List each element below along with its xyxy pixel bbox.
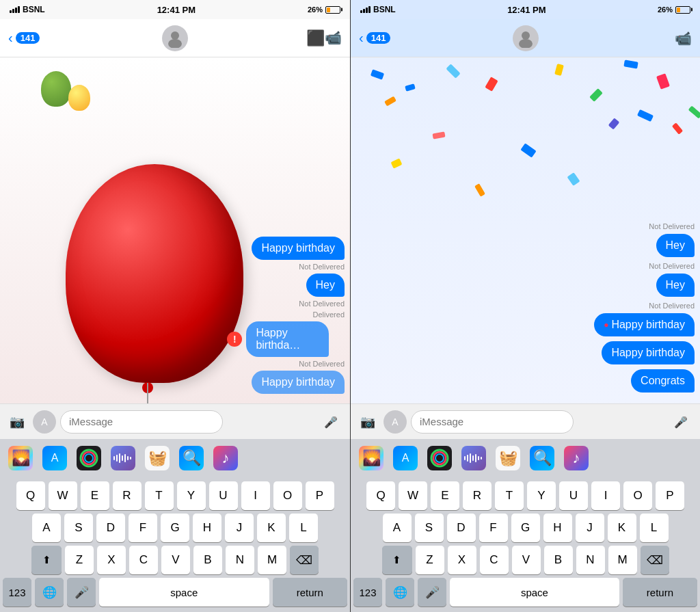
shelf-activity-right[interactable] — [427, 446, 452, 470]
key-i-right[interactable]: I — [591, 481, 620, 510]
key-e-right[interactable]: E — [431, 481, 459, 510]
key-a-right[interactable]: A — [383, 514, 412, 542]
globe-key-right[interactable]: 🌐 — [386, 578, 414, 607]
key-p-right[interactable]: P — [656, 481, 684, 510]
key-j-right[interactable]: J — [576, 514, 604, 542]
shift-key-left[interactable]: ⬆ — [31, 546, 62, 574]
key-b-right[interactable]: B — [544, 546, 573, 574]
key-o-right[interactable]: O — [623, 481, 652, 510]
svg-rect-17 — [464, 456, 466, 460]
key-f-left[interactable]: F — [129, 514, 157, 542]
key-k-right[interactable]: K — [608, 514, 636, 542]
key-e-left[interactable]: E — [81, 481, 109, 510]
shelf-soundwave-right[interactable] — [461, 446, 486, 470]
key-k-left[interactable]: K — [257, 514, 286, 542]
key-l-left[interactable]: L — [289, 514, 318, 542]
back-badge-left: 141 — [16, 32, 40, 44]
battery-pct-left: 26% — [308, 5, 323, 14]
apps-btn-right[interactable]: A — [383, 410, 407, 434]
backspace-key-right[interactable]: ⌫ — [641, 546, 669, 574]
key-q-right[interactable]: Q — [366, 481, 395, 510]
key-b-left[interactable]: B — [193, 546, 222, 574]
shift-key-right[interactable]: ⬆ — [382, 546, 412, 574]
key-s-right[interactable]: S — [415, 514, 444, 542]
key-m-right[interactable]: M — [608, 546, 637, 574]
input-wrapper-right: 🎤 — [411, 410, 695, 434]
key-c-left[interactable]: C — [129, 546, 158, 574]
return-key-left[interactable]: return — [273, 578, 347, 607]
key-h-right[interactable]: H — [543, 514, 572, 542]
key-g-left[interactable]: G — [161, 514, 189, 542]
apps-btn-left[interactable]: A — [33, 410, 56, 434]
key-q-left[interactable]: Q — [16, 481, 45, 510]
mic-key-left[interactable]: 🎤 — [67, 578, 96, 607]
nav-center-right[interactable] — [407, 25, 644, 51]
shelf-photos-right[interactable]: 🌄 — [359, 446, 383, 470]
key-p-left[interactable]: P — [306, 481, 334, 510]
shelf-basket-right[interactable]: 🧺 — [496, 446, 520, 470]
key-u-left[interactable]: U — [209, 481, 238, 510]
key-y-left[interactable]: Y — [177, 481, 206, 510]
key-r-left[interactable]: R — [113, 481, 142, 510]
space-key-right[interactable]: space — [450, 578, 619, 607]
key-i-left[interactable]: I — [241, 481, 270, 510]
num-key-right[interactable]: 123 — [353, 578, 382, 607]
shelf-photos-left[interactable]: 🌄 — [8, 446, 33, 470]
key-g-right[interactable]: G — [511, 514, 540, 542]
num-key-left[interactable]: 123 — [3, 578, 31, 607]
message-input-right[interactable] — [411, 410, 574, 434]
key-m-left[interactable]: M — [258, 546, 286, 574]
key-j-left[interactable]: J — [225, 514, 254, 542]
shelf-appstore-right[interactable]: A — [393, 446, 418, 470]
shelf-appstore-left[interactable]: A — [42, 446, 67, 470]
messages-left: Happy birthday Not Delivered Hey Not Del… — [0, 57, 350, 403]
key-z-right[interactable]: Z — [416, 546, 444, 574]
key-t-right[interactable]: T — [495, 481, 524, 510]
key-o-left[interactable]: O — [273, 481, 302, 510]
shelf-search-right[interactable]: 🔍 — [530, 446, 554, 470]
svg-point-16 — [435, 454, 444, 462]
key-w-left[interactable]: W — [49, 481, 77, 510]
mic-key-right[interactable]: 🎤 — [418, 578, 446, 607]
shelf-search-left[interactable]: 🔍 — [179, 446, 204, 470]
shelf-soundwave-left[interactable] — [111, 446, 135, 470]
key-n-right[interactable]: N — [576, 546, 605, 574]
key-x-left[interactable]: X — [97, 546, 126, 574]
globe-key-left[interactable]: 🌐 — [35, 578, 64, 607]
backspace-key-left[interactable]: ⌫ — [290, 546, 319, 574]
key-c-right[interactable]: C — [480, 546, 509, 574]
key-a-left[interactable]: A — [32, 514, 61, 542]
key-v-left[interactable]: V — [161, 546, 190, 574]
video-icon-left[interactable]: ⬛ — [306, 29, 325, 47]
message-input-left[interactable] — [60, 410, 223, 434]
camera-btn-right[interactable]: 📷 — [356, 410, 379, 434]
key-x-right[interactable]: X — [448, 546, 476, 574]
key-w-right[interactable]: W — [399, 481, 427, 510]
video-btn-left[interactable]: 📹 — [325, 29, 342, 47]
shelf-basket-left[interactable]: 🧺 — [145, 446, 170, 470]
return-key-right[interactable]: return — [623, 578, 697, 607]
video-btn-right[interactable]: 📹 — [675, 30, 692, 46]
key-d-right[interactable]: D — [447, 514, 476, 542]
key-d-left[interactable]: D — [96, 514, 125, 542]
key-r-right[interactable]: R — [463, 481, 492, 510]
key-n-left[interactable]: N — [226, 546, 254, 574]
key-z-left[interactable]: Z — [65, 546, 94, 574]
shelf-music-left[interactable]: ♪ — [213, 446, 238, 470]
nav-center-left[interactable] — [56, 25, 294, 51]
camera-btn-left[interactable]: 📷 — [5, 410, 29, 434]
key-h-left[interactable]: H — [193, 514, 221, 542]
key-t-left[interactable]: T — [145, 481, 174, 510]
key-l-right[interactable]: L — [640, 514, 669, 542]
space-key-left[interactable]: space — [99, 578, 269, 607]
key-v-right[interactable]: V — [512, 546, 541, 574]
key-y-right[interactable]: Y — [527, 481, 556, 510]
key-s-left[interactable]: S — [64, 514, 93, 542]
key-f-right[interactable]: F — [479, 514, 508, 542]
back-button-right[interactable]: ‹ 141 — [359, 30, 407, 46]
shelf-music-right[interactable]: ♪ — [564, 446, 589, 470]
time-right: 12:41 PM — [507, 5, 546, 15]
shelf-activity-left[interactable] — [77, 446, 101, 470]
key-u-right[interactable]: U — [559, 481, 588, 510]
back-button-left[interactable]: ‹ 141 — [8, 30, 56, 46]
